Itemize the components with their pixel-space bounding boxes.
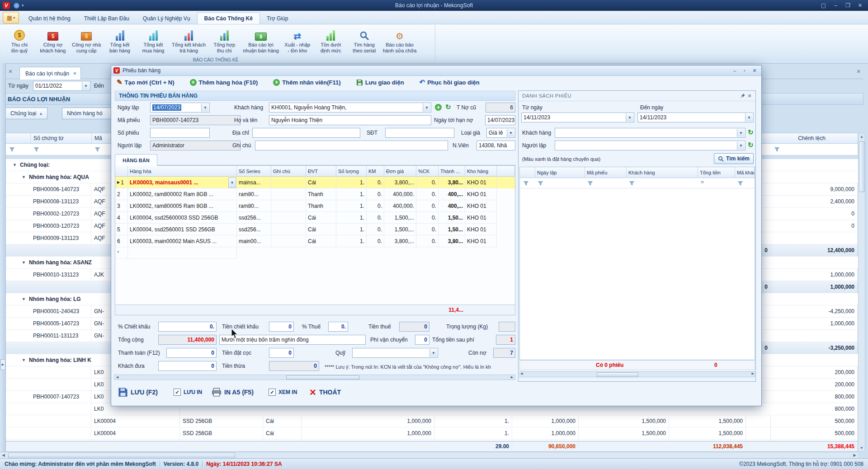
add-item-button[interactable]: +Thêm hàng hóa (F10) (190, 79, 258, 86)
restore-layout-button[interactable]: ↶Phục hồi giao diện (420, 78, 480, 86)
close-tab-group-icon[interactable]: ✕ (6, 67, 14, 75)
add-customer-icon[interactable]: + (435, 104, 442, 111)
filter-icon[interactable] (588, 181, 593, 187)
panel-header-tong-tien[interactable]: Tổng tiền (698, 167, 735, 178)
dropdown-icon[interactable]: ▼ (228, 178, 236, 188)
ribbon-item-tong-ket-mua-hang[interactable]: Tổng kết mua hàng (137, 26, 170, 54)
ribbon-item-thu-chi-ton-quy[interactable]: $ Thu chi tồn quỹ (3, 26, 36, 54)
filter-icon[interactable] (9, 147, 14, 153)
tab-quan-ly-nghiep-vu[interactable]: Quản Lý Nghiệp Vụ (136, 13, 197, 24)
ghi-chu-input[interactable] (255, 141, 448, 150)
chevron-down-icon[interactable]: ▼ (737, 129, 745, 137)
filter-icon[interactable] (95, 147, 100, 153)
ck-pct-input[interactable]: 0. (158, 322, 217, 332)
grid-header-thanh-tien[interactable]: Thành ... (439, 166, 465, 177)
grid-row[interactable]: 6 LK00003, main00002 Main ASUS ... main0… (115, 235, 515, 247)
report-row[interactable]: LK00004 SSD 256GBCái 1,000,0001. 1,000,0… (5, 415, 858, 427)
modal-maximize-button[interactable]: ▫ (740, 68, 750, 73)
refresh-icon[interactable]: ↻ (748, 129, 754, 136)
modal-horizontal-scrollbar[interactable]: ◀ ▶ (114, 375, 515, 380)
close-document-icon[interactable]: ✕ (854, 67, 863, 75)
ribbon-item-tong-ket-ban-hang[interactable]: Tổng kết bán hàng (103, 26, 137, 54)
dia-chi-input[interactable] (252, 128, 360, 138)
scroll-left-icon[interactable]: ◀ (114, 375, 120, 380)
luu-in-checkbox[interactable]: ✓LƯU IN (174, 389, 202, 396)
grid-new-row[interactable]: * (115, 247, 515, 259)
scrollbar-thumb[interactable] (859, 141, 865, 192)
panel-from-date-input[interactable]: 14/11/2023▼ (521, 113, 634, 122)
vertical-scrollbar[interactable]: ▲ ▼ (858, 133, 865, 452)
filter-icon[interactable] (629, 181, 634, 187)
collapse-icon[interactable]: ▼ (13, 159, 17, 171)
ngay-lap-input[interactable]: 14/07/2023▼ (150, 103, 210, 113)
exit-button[interactable]: ✕THOÁT (309, 388, 341, 397)
scroll-down-icon[interactable]: ▼ (859, 445, 865, 451)
ribbon-item-bao-cao-loi-nhuan-ban-hang[interactable]: $ Báo cáo lợi nhuận bán hàng (241, 26, 281, 54)
tab-tro-giup[interactable]: Trợ Giúp (260, 13, 295, 24)
panel-horizontal-scrollbar[interactable]: ◀ ▶ (519, 371, 755, 377)
modal-close-button[interactable]: ✕ (750, 68, 760, 74)
save-layout-button[interactable]: Lưu giao diện (356, 79, 404, 86)
grid-row[interactable]: 2 LK00002, ram800002 Ram 8GB ... ram80..… (115, 188, 515, 200)
xem-in-checkbox[interactable]: ✓XEM IN (269, 389, 297, 396)
collapsed-side-strip[interactable]: ▶ (0, 63, 6, 458)
minimize-button[interactable]: – (830, 2, 842, 9)
refresh-icon[interactable]: ↻ (445, 103, 451, 110)
header-so-chung-tu[interactable]: Số chứng từ (31, 133, 92, 143)
filter-icon[interactable] (738, 181, 743, 187)
skin-icon[interactable] (14, 3, 19, 9)
grid-header-kho-hang[interactable]: Kho hàng (465, 166, 497, 177)
ribbon-item-bao-cao-bao-hanh-sua-chua[interactable]: ⚙ Báo cáo bảo hành sửa chữa (381, 26, 419, 54)
grid-header-so-luong[interactable]: Số lượng (336, 166, 367, 177)
scroll-left-icon[interactable]: ◀ (0, 452, 7, 458)
chevron-down-icon[interactable]: ▼ (626, 113, 633, 122)
grid-row[interactable]: 5 LK00004, ssd2560001 SSD 256GB ssd256..… (115, 224, 515, 235)
filter-icon[interactable] (774, 147, 779, 153)
panel-nguoi-lap-combo[interactable]: ▼ (555, 141, 745, 150)
grid-row[interactable]: 4 LK00004, ssd25600003 SSD 256GB ssd256.… (115, 212, 515, 224)
chevron-down-icon[interactable]: ▼ (201, 103, 209, 112)
panel-close-icon[interactable]: ✕ (745, 93, 754, 99)
ho-ten-input[interactable]: Nguyễn Hoàng Thiện (269, 115, 431, 125)
ribbon-item-xuat-nhap-ton-kho[interactable]: ⇄ Xuất - nhập - tồn kho (281, 26, 314, 54)
grid-header-hang-hoa[interactable]: Hàng hóa (128, 166, 237, 177)
scrollbar-thumb[interactable] (286, 375, 359, 380)
grid-header-ck[interactable]: %CK (416, 166, 439, 177)
filter-icon[interactable] (538, 181, 543, 187)
fullscreen-icon[interactable]: ▢ (817, 2, 830, 9)
maximize-button[interactable]: ❐ (842, 2, 854, 9)
horizontal-scrollbar[interactable]: ◀ ▶ (0, 452, 858, 458)
panel-to-date-input[interactable]: 14/11/2023▼ (637, 113, 754, 122)
n-vien-input[interactable]: 14308, Nhâ (476, 141, 515, 150)
report-from-date-input[interactable]: 01/11/2022▼ (33, 81, 90, 91)
khach-dua-input[interactable]: 0 (158, 361, 217, 371)
pin-icon[interactable] (740, 93, 745, 98)
document-tab-bao-cao-loi-nhuan[interactable]: Báo cáo lợi nhuận ✕ (19, 67, 81, 80)
scroll-right-icon[interactable]: ▶ (509, 375, 515, 380)
tien-ck-input[interactable]: 0 (269, 322, 294, 332)
grid-row-selected[interactable]: ▶1 LK00003, mainsaus0001 ...▼ mainsa... … (115, 177, 515, 188)
checkbox-checked-icon[interactable]: ✓ (269, 389, 276, 396)
chevron-down-icon[interactable]: ▼ (82, 82, 90, 90)
scroll-right-icon[interactable]: ▶ (752, 372, 754, 375)
add-employee-button[interactable]: +Thêm nhân viên(F11) (273, 79, 340, 86)
scroll-up-icon[interactable]: ▲ (859, 133, 865, 140)
panel-header-ngay-lap[interactable]: Ngày lập (535, 167, 585, 178)
chevron-down-icon[interactable]: ▼ (745, 113, 753, 122)
loai-gia-combo[interactable]: Giá lẻ▼ (486, 128, 515, 138)
scroll-right-icon[interactable]: ▶ (851, 452, 858, 458)
ribbon-item-tong-hop-thu-chi[interactable]: Tổng hợp thu chi (208, 26, 241, 54)
modal-minimize-button[interactable]: – (730, 68, 740, 73)
thanh-toan-input[interactable]: 0 (166, 348, 217, 358)
sdt-input[interactable] (385, 128, 454, 138)
grid-row[interactable]: 3 LK00002, ram800005 Ram 8GB ... ram80..… (115, 200, 515, 212)
tab-quan-tri-he-thong[interactable]: Quản trị hệ thống (22, 13, 77, 24)
dat-coc-input[interactable]: 0 (269, 348, 294, 358)
chevron-down-icon[interactable]: ▼ (507, 129, 514, 137)
ribbon-item-tim-hang-theo-serial[interactable]: Tìm hàng theo serial (348, 26, 381, 54)
close-tab-icon[interactable]: ✕ (73, 71, 76, 76)
khach-hang-combo[interactable]: KH0001, Nguyễn Hoàng Thiện,▼ (269, 103, 431, 113)
scroll-left-icon[interactable]: ◀ (520, 372, 523, 375)
thue-pct-input[interactable]: 0. (328, 322, 348, 332)
chevron-down-icon[interactable]: ▼ (429, 349, 437, 357)
